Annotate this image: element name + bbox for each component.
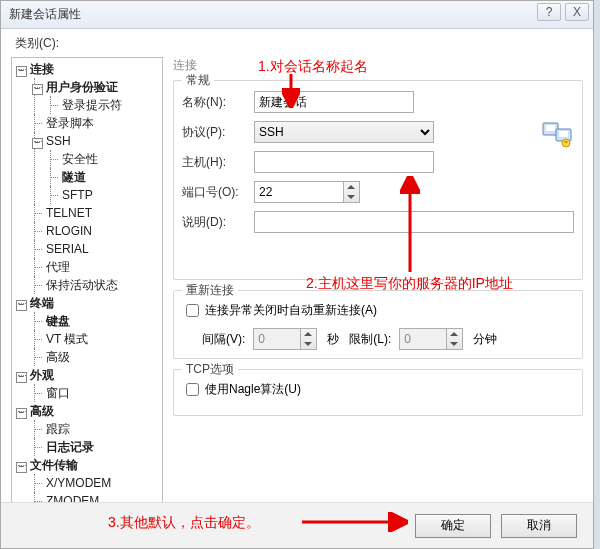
collapse-icon[interactable]: −	[32, 138, 43, 149]
tree-auth[interactable]: 用户身份验证	[46, 80, 118, 94]
tree-xymodem[interactable]: X/YMODEM	[46, 476, 111, 490]
svg-rect-1	[546, 125, 555, 131]
tree-tunnel[interactable]: 隧道	[62, 170, 86, 184]
limit-label: 限制(L):	[349, 331, 391, 348]
tree-proxy[interactable]: 代理	[46, 260, 70, 274]
titlebar: 新建会话属性 ? X	[1, 1, 593, 29]
nagle-checkbox[interactable]	[186, 383, 199, 396]
port-input[interactable]	[254, 181, 344, 203]
reconnect-checkbox[interactable]	[186, 304, 199, 317]
tree-ssh[interactable]: SSH	[46, 134, 71, 148]
tree-appearance[interactable]: 外观	[30, 368, 54, 382]
tcp-group: TCP选项 使用Nagle算法(U)	[173, 369, 583, 416]
general-legend: 常规	[182, 72, 214, 89]
interval-spinner[interactable]	[301, 328, 317, 350]
name-input[interactable]	[254, 91, 414, 113]
panel-title: 连接	[173, 57, 583, 74]
host-input[interactable]	[254, 151, 434, 173]
collapse-icon[interactable]: −	[16, 372, 27, 383]
tree-terminal[interactable]: 终端	[30, 296, 54, 310]
svg-rect-3	[559, 131, 568, 137]
help-button[interactable]: ?	[537, 3, 561, 21]
collapse-icon[interactable]: −	[16, 462, 27, 473]
reconnect-group: 重新连接 连接异常关闭时自动重新连接(A) 间隔(V): 秒 限制(L): 分钟	[173, 290, 583, 359]
close-button[interactable]: X	[565, 3, 589, 21]
minutes-label: 分钟	[473, 331, 497, 348]
category-tree[interactable]: −连接 −用户身份验证 登录提示符 登录脚本 −SSH 安全性 隧道	[11, 57, 163, 509]
tree-serial[interactable]: SERIAL	[46, 242, 89, 256]
seconds-label: 秒	[327, 331, 339, 348]
ok-button[interactable]: 确定	[415, 514, 491, 538]
collapse-icon[interactable]: −	[32, 84, 43, 95]
tree-login-script[interactable]: 登录脚本	[46, 116, 94, 130]
dialog-window: 新建会话属性 ? X 类别(C): −连接 −用户身份验证 登录提示符 登录脚本…	[0, 0, 594, 549]
tree-telnet[interactable]: TELNET	[46, 206, 92, 220]
interval-label: 间隔(V):	[202, 331, 245, 348]
name-label: 名称(N):	[182, 94, 254, 111]
tree-keepalive[interactable]: 保持活动状态	[46, 278, 118, 292]
port-spinner[interactable]	[344, 181, 360, 203]
protocol-select[interactable]: SSH	[254, 121, 434, 143]
tree-filetransfer[interactable]: 文件传输	[30, 458, 78, 472]
tree-adv-term[interactable]: 高级	[46, 350, 70, 364]
limit-spinner[interactable]	[447, 328, 463, 350]
collapse-icon[interactable]: −	[16, 300, 27, 311]
interval-input[interactable]	[253, 328, 301, 350]
settings-panel: 连接 常规 名称(N): 协议(P): SSH 主机(H):	[173, 57, 583, 509]
limit-input[interactable]	[399, 328, 447, 350]
tree-login-prompt[interactable]: 登录提示符	[62, 98, 122, 112]
tree-connection[interactable]: 连接	[30, 62, 54, 76]
cancel-button[interactable]: 取消	[501, 514, 577, 538]
collapse-icon[interactable]: −	[16, 408, 27, 419]
general-group: 常规 名称(N): 协议(P): SSH 主机(H): 端口号(O):	[173, 80, 583, 280]
reconnect-legend: 重新连接	[182, 282, 238, 299]
hosts-icon	[542, 121, 574, 149]
nagle-label: 使用Nagle算法(U)	[205, 381, 301, 398]
tree-keyboard[interactable]: 键盘	[46, 314, 70, 328]
tree-trace[interactable]: 跟踪	[46, 422, 70, 436]
tree-vt[interactable]: VT 模式	[46, 332, 88, 346]
desc-input[interactable]	[254, 211, 574, 233]
collapse-icon[interactable]: −	[16, 66, 27, 77]
tree-sftp[interactable]: SFTP	[62, 188, 93, 202]
dialog-footer: 确定 取消	[1, 502, 593, 548]
desc-label: 说明(D):	[182, 214, 254, 231]
host-label: 主机(H):	[182, 154, 254, 171]
port-label: 端口号(O):	[182, 184, 254, 201]
protocol-label: 协议(P):	[182, 124, 254, 141]
tree-log[interactable]: 日志记录	[46, 440, 94, 454]
tree-window[interactable]: 窗口	[46, 386, 70, 400]
dialog-title: 新建会话属性	[9, 6, 81, 23]
tree-security[interactable]: 安全性	[62, 152, 98, 166]
svg-rect-5	[565, 141, 568, 143]
tcp-legend: TCP选项	[182, 361, 238, 378]
reconnect-label: 连接异常关闭时自动重新连接(A)	[205, 302, 377, 319]
tree-rlogin[interactable]: RLOGIN	[46, 224, 92, 238]
tree-advanced[interactable]: 高级	[30, 404, 54, 418]
